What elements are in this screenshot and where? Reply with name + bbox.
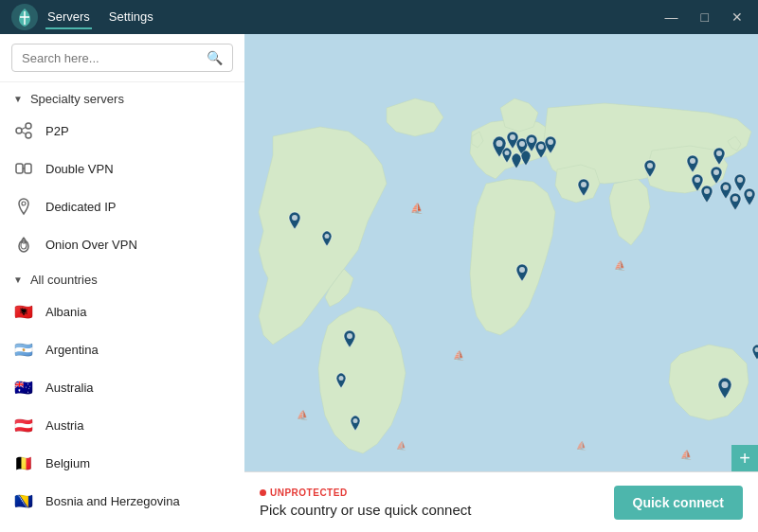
svg-point-22 [353,418,358,423]
close-button[interactable]: ✕ [728,8,747,27]
title-bar: Servers Settings — □ ✕ [0,0,758,34]
sidebar-item-australia[interactable]: 🇦🇺 Australia [0,368,244,406]
svg-point-9 [22,202,26,205]
svg-point-25 [519,141,525,147]
svg-point-1 [16,128,22,133]
chevron-down-icon: ▼ [13,94,23,104]
sidebar-item-onion-vpn[interactable]: Onion Over VPN [0,225,244,263]
dedicated-ip-label: Dedicated IP [45,200,116,214]
svg-point-26 [529,137,534,143]
status-message: Pick country or use quick connect [260,502,614,518]
sidebar-item-double-vpn[interactable]: Double VPN [0,150,244,187]
svg-point-33 [716,151,722,156]
add-server-button[interactable]: + [731,445,758,471]
window-controls: — □ ✕ [661,8,747,27]
svg-text:⛵: ⛵ [453,349,465,362]
svg-text:⛵: ⛵ [614,259,626,272]
p2p-icon [13,120,34,141]
albania-label: Albania [45,305,86,319]
status-dot [260,489,266,496]
specialty-servers-header[interactable]: ▼ Specialty servers [0,82,244,112]
search-bar: 🔍 [0,34,244,82]
svg-point-20 [347,333,352,339]
quick-connect-button[interactable]: Quick connect [614,486,743,520]
belgium-label: Belgium [45,456,90,470]
all-countries-label: All countries [30,273,98,287]
svg-point-21 [339,376,344,381]
svg-rect-6 [16,164,23,173]
svg-text:⛵: ⛵ [396,440,407,452]
svg-text:⛵: ⛵ [297,409,309,421]
sidebar: 🔍 ▼ Specialty servers [0,34,244,532]
chevron-down-icon-2: ▼ [13,275,23,285]
svg-point-40 [747,191,752,197]
australia-flag: 🇦🇺 [13,377,34,398]
svg-point-19 [325,234,330,239]
double-vpn-label: Double VPN [45,162,114,176]
svg-point-31 [647,163,653,168]
austria-label: Austria [45,418,83,433]
sidebar-item-austria[interactable]: 🇦🇹 Austria [0,406,244,444]
title-nav: Servers Settings [45,6,155,29]
world-map: ⛵ ⛵ ⛵ ⛵ ⛵ [244,34,758,532]
svg-point-36 [704,188,710,194]
svg-line-4 [22,128,26,130]
svg-point-28 [548,139,553,145]
svg-point-24 [510,134,515,140]
map-area: ⛵ ⛵ ⛵ ⛵ ⛵ [244,34,758,532]
svg-point-23 [496,140,503,147]
app-logo [11,4,38,30]
sidebar-item-bosnia[interactable]: 🇧🇦 Bosnia and Herzegovina [0,482,244,520]
svg-point-30 [581,182,587,187]
bosnia-flag: 🇧🇦 [13,490,34,511]
svg-point-41 [722,381,729,388]
status-bar: UNPROTECTED Pick country or use quick co… [244,471,758,532]
onion-vpn-icon [13,234,34,255]
belgium-flag: 🇧🇪 [13,452,34,473]
dedicated-ip-icon [13,196,34,217]
sidebar-scroll[interactable]: ▼ Specialty servers P2P [0,82,244,532]
double-vpn-icon [13,158,34,179]
australia-label: Australia [45,381,94,395]
sidebar-item-belgium[interactable]: 🇧🇪 Belgium [0,444,244,482]
status-label: UNPROTECTED [270,488,348,498]
bosnia-label: Bosnia and Herzegovina [45,494,180,508]
search-input-wrap[interactable]: 🔍 [11,44,233,72]
main-container: 🔍 ▼ Specialty servers [0,34,758,532]
svg-point-29 [505,151,510,155]
svg-text:⛵: ⛵ [576,440,587,452]
sidebar-item-p2p[interactable]: P2P [0,112,244,150]
svg-point-32 [690,158,695,164]
svg-text:⛵: ⛵ [680,449,693,461]
maximize-button[interactable]: □ [697,8,713,27]
search-input[interactable] [22,51,207,65]
svg-point-35 [713,169,719,175]
albania-flag: 🇦🇱 [13,301,34,322]
austria-flag: 🇦🇹 [13,415,34,435]
status-info: UNPROTECTED Pick country or use quick co… [260,488,614,518]
svg-point-39 [732,196,738,202]
tab-servers[interactable]: Servers [45,6,92,29]
svg-point-27 [538,144,544,150]
specialty-servers-label: Specialty servers [30,92,124,106]
search-icon: 🔍 [207,50,223,65]
sidebar-item-dedicated-ip[interactable]: Dedicated IP [0,187,244,225]
svg-point-18 [292,215,298,221]
svg-point-37 [723,185,729,190]
argentina-label: Argentina [45,343,99,357]
svg-point-2 [26,123,31,129]
onion-vpn-label: Onion Over VPN [45,238,137,252]
argentina-flag: 🇦🇷 [13,339,34,360]
status-unprotected: UNPROTECTED [260,488,614,498]
svg-rect-7 [25,164,31,173]
svg-point-38 [737,177,743,183]
svg-line-5 [22,133,26,134]
sidebar-item-argentina[interactable]: 🇦🇷 Argentina [0,330,244,368]
p2p-label: P2P [45,124,69,138]
svg-point-42 [519,267,525,273]
all-countries-header[interactable]: ▼ All countries [0,263,244,293]
sidebar-item-albania[interactable]: 🇦🇱 Albania [0,293,244,330]
svg-text:⛵: ⛵ [410,202,424,215]
minimize-button[interactable]: — [661,8,682,27]
tab-settings[interactable]: Settings [107,6,155,29]
